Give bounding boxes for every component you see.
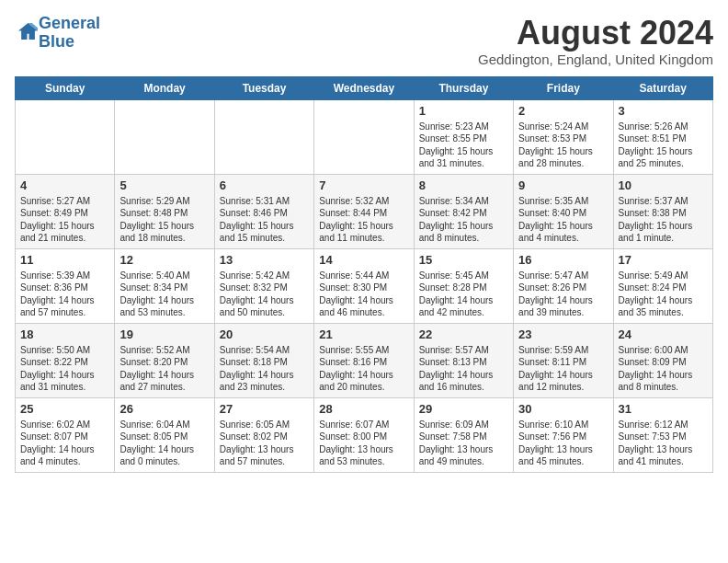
day-info: Sunrise: 6:12 AM Sunset: 7:53 PM Dayligh… <box>619 419 708 468</box>
logo: General Blue <box>15 15 100 52</box>
day-info: Sunrise: 5:42 AM Sunset: 8:32 PM Dayligh… <box>220 270 309 319</box>
calendar-day-10: 10Sunrise: 5:37 AM Sunset: 8:38 PM Dayli… <box>613 174 712 248</box>
weekday-header-saturday: Saturday <box>613 76 712 99</box>
day-info: Sunrise: 5:31 AM Sunset: 8:46 PM Dayligh… <box>220 195 309 245</box>
day-number: 21 <box>319 327 408 341</box>
day-info: Sunrise: 5:59 AM Sunset: 8:11 PM Dayligh… <box>518 344 608 394</box>
day-info: Sunrise: 5:27 AM Sunset: 8:49 PM Dayligh… <box>20 195 109 245</box>
calendar-week-5: 25Sunrise: 6:02 AM Sunset: 8:07 PM Dayli… <box>16 397 713 472</box>
calendar-week-2: 4Sunrise: 5:27 AM Sunset: 8:49 PM Daylig… <box>16 174 713 248</box>
day-info: Sunrise: 5:45 AM Sunset: 8:28 PM Dayligh… <box>419 270 508 319</box>
calendar-day-23: 23Sunrise: 5:59 AM Sunset: 8:11 PM Dayli… <box>514 323 613 397</box>
day-info: Sunrise: 5:34 AM Sunset: 8:42 PM Dayligh… <box>419 195 508 245</box>
day-info: Sunrise: 5:40 AM Sunset: 8:34 PM Dayligh… <box>119 270 209 319</box>
empty-cell <box>16 99 115 174</box>
day-number: 18 <box>20 327 109 341</box>
calendar-day-9: 9Sunrise: 5:35 AM Sunset: 8:40 PM Daylig… <box>514 174 613 248</box>
calendar-week-4: 18Sunrise: 5:50 AM Sunset: 8:22 PM Dayli… <box>16 323 713 397</box>
day-number: 27 <box>220 402 309 416</box>
calendar-day-28: 28Sunrise: 6:07 AM Sunset: 8:00 PM Dayli… <box>314 397 414 472</box>
calendar-day-19: 19Sunrise: 5:52 AM Sunset: 8:20 PM Dayli… <box>115 323 214 397</box>
day-info: Sunrise: 5:35 AM Sunset: 8:40 PM Dayligh… <box>518 195 608 245</box>
day-number: 23 <box>518 327 608 341</box>
weekday-header-wednesday: Wednesday <box>314 76 414 99</box>
day-number: 4 <box>20 178 109 192</box>
day-number: 1 <box>419 104 508 118</box>
calendar-week-3: 11Sunrise: 5:39 AM Sunset: 8:36 PM Dayli… <box>16 248 713 323</box>
empty-cell <box>214 99 313 174</box>
day-info: Sunrise: 5:54 AM Sunset: 8:18 PM Dayligh… <box>220 344 309 394</box>
day-number: 2 <box>518 104 608 118</box>
weekday-header-sunday: Sunday <box>16 76 115 99</box>
calendar-day-11: 11Sunrise: 5:39 AM Sunset: 8:36 PM Dayli… <box>16 248 115 323</box>
day-number: 3 <box>619 104 708 118</box>
weekday-header-thursday: Thursday <box>414 76 513 99</box>
location: Geddington, England, United Kingdom <box>478 52 713 67</box>
day-number: 31 <box>619 402 708 416</box>
day-number: 26 <box>119 402 209 416</box>
day-number: 17 <box>619 253 708 267</box>
day-number: 19 <box>119 327 209 341</box>
page-header: General Blue August 2024 Geddington, Eng… <box>15 15 713 67</box>
calendar-day-24: 24Sunrise: 6:00 AM Sunset: 8:09 PM Dayli… <box>613 323 712 397</box>
calendar-day-16: 16Sunrise: 5:47 AM Sunset: 8:26 PM Dayli… <box>514 248 613 323</box>
calendar-day-6: 6Sunrise: 5:31 AM Sunset: 8:46 PM Daylig… <box>214 174 313 248</box>
day-number: 14 <box>319 253 408 267</box>
day-info: Sunrise: 6:05 AM Sunset: 8:02 PM Dayligh… <box>220 419 309 468</box>
calendar-day-22: 22Sunrise: 5:57 AM Sunset: 8:13 PM Dayli… <box>414 323 513 397</box>
day-info: Sunrise: 6:00 AM Sunset: 8:09 PM Dayligh… <box>619 344 708 394</box>
calendar-day-13: 13Sunrise: 5:42 AM Sunset: 8:32 PM Dayli… <box>214 248 313 323</box>
day-number: 29 <box>419 402 508 416</box>
day-number: 10 <box>619 178 708 192</box>
calendar-week-1: 1Sunrise: 5:23 AM Sunset: 8:55 PM Daylig… <box>16 99 713 174</box>
weekday-header-tuesday: Tuesday <box>214 76 313 99</box>
calendar-day-17: 17Sunrise: 5:49 AM Sunset: 8:24 PM Dayli… <box>613 248 712 323</box>
day-info: Sunrise: 5:37 AM Sunset: 8:38 PM Dayligh… <box>619 195 708 245</box>
calendar-day-12: 12Sunrise: 5:40 AM Sunset: 8:34 PM Dayli… <box>115 248 214 323</box>
calendar-day-2: 2Sunrise: 5:24 AM Sunset: 8:53 PM Daylig… <box>514 99 613 174</box>
logo-text: General Blue <box>39 15 100 52</box>
day-number: 30 <box>518 402 608 416</box>
day-info: Sunrise: 5:47 AM Sunset: 8:26 PM Dayligh… <box>518 270 608 319</box>
logo-icon <box>17 22 39 40</box>
calendar-day-15: 15Sunrise: 5:45 AM Sunset: 8:28 PM Dayli… <box>414 248 513 323</box>
weekday-header-row: SundayMondayTuesdayWednesdayThursdayFrid… <box>16 76 713 99</box>
day-info: Sunrise: 5:44 AM Sunset: 8:30 PM Dayligh… <box>319 270 408 319</box>
calendar-day-21: 21Sunrise: 5:55 AM Sunset: 8:16 PM Dayli… <box>314 323 414 397</box>
calendar-day-3: 3Sunrise: 5:26 AM Sunset: 8:51 PM Daylig… <box>613 99 712 174</box>
day-info: Sunrise: 5:55 AM Sunset: 8:16 PM Dayligh… <box>319 344 408 394</box>
day-number: 8 <box>419 178 508 192</box>
day-number: 25 <box>20 402 109 416</box>
calendar-day-26: 26Sunrise: 6:04 AM Sunset: 8:05 PM Dayli… <box>115 397 214 472</box>
day-info: Sunrise: 6:07 AM Sunset: 8:00 PM Dayligh… <box>319 419 408 468</box>
calendar-day-27: 27Sunrise: 6:05 AM Sunset: 8:02 PM Dayli… <box>214 397 313 472</box>
calendar-day-31: 31Sunrise: 6:12 AM Sunset: 7:53 PM Dayli… <box>613 397 712 472</box>
weekday-header-friday: Friday <box>514 76 613 99</box>
calendar-day-20: 20Sunrise: 5:54 AM Sunset: 8:18 PM Dayli… <box>214 323 313 397</box>
day-number: 16 <box>518 253 608 267</box>
calendar-day-18: 18Sunrise: 5:50 AM Sunset: 8:22 PM Dayli… <box>16 323 115 397</box>
day-info: Sunrise: 6:04 AM Sunset: 8:05 PM Dayligh… <box>119 419 209 468</box>
day-info: Sunrise: 5:26 AM Sunset: 8:51 PM Dayligh… <box>619 121 708 170</box>
calendar-day-5: 5Sunrise: 5:29 AM Sunset: 8:48 PM Daylig… <box>115 174 214 248</box>
calendar-table: SundayMondayTuesdayWednesdayThursdayFrid… <box>15 76 713 473</box>
day-info: Sunrise: 5:57 AM Sunset: 8:13 PM Dayligh… <box>419 344 508 394</box>
day-info: Sunrise: 5:52 AM Sunset: 8:20 PM Dayligh… <box>119 344 209 394</box>
day-info: Sunrise: 5:39 AM Sunset: 8:36 PM Dayligh… <box>20 270 109 319</box>
day-number: 13 <box>220 253 309 267</box>
empty-cell <box>115 99 214 174</box>
calendar-day-4: 4Sunrise: 5:27 AM Sunset: 8:49 PM Daylig… <box>16 174 115 248</box>
day-info: Sunrise: 5:49 AM Sunset: 8:24 PM Dayligh… <box>619 270 708 319</box>
day-number: 24 <box>619 327 708 341</box>
empty-cell <box>314 99 414 174</box>
calendar-day-25: 25Sunrise: 6:02 AM Sunset: 8:07 PM Dayli… <box>16 397 115 472</box>
day-number: 28 <box>319 402 408 416</box>
day-info: Sunrise: 6:09 AM Sunset: 7:58 PM Dayligh… <box>419 419 508 468</box>
calendar-day-30: 30Sunrise: 6:10 AM Sunset: 7:56 PM Dayli… <box>514 397 613 472</box>
day-number: 12 <box>119 253 209 267</box>
day-number: 7 <box>319 178 408 192</box>
day-info: Sunrise: 5:50 AM Sunset: 8:22 PM Dayligh… <box>20 344 109 394</box>
month-title: August 2024 <box>478 15 713 52</box>
day-info: Sunrise: 5:24 AM Sunset: 8:53 PM Dayligh… <box>518 121 608 170</box>
weekday-header-monday: Monday <box>115 76 214 99</box>
